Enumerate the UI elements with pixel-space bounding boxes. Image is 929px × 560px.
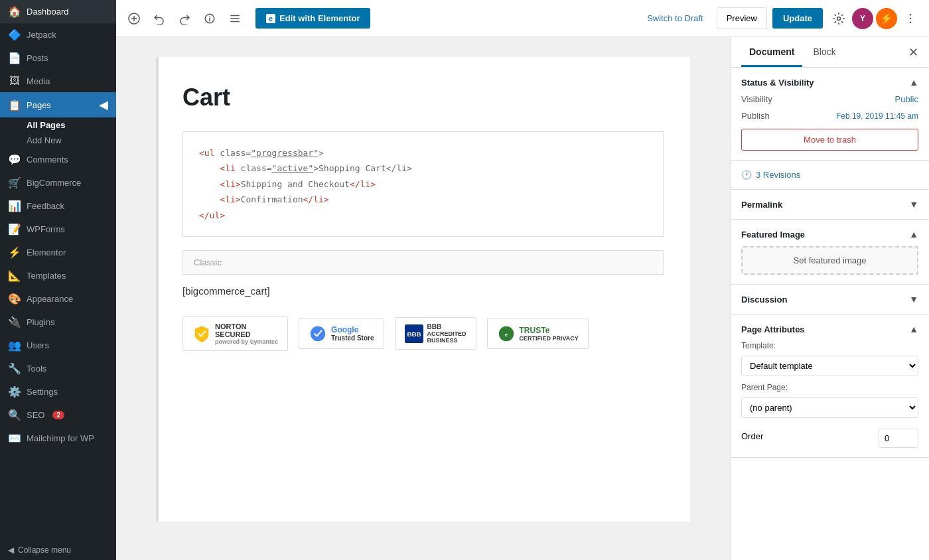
sidebar-item-tools[interactable]: 🔧 Tools — [0, 357, 116, 380]
visibility-value[interactable]: Public — [895, 94, 918, 104]
undo-button[interactable] — [149, 9, 169, 29]
panel-tabs: Document Block ✕ — [731, 37, 929, 68]
feedback-icon: 📊 — [8, 200, 21, 212]
sidebar-item-settings[interactable]: ⚙️ Settings — [0, 380, 116, 403]
tools-icon: 🔧 — [8, 362, 21, 375]
revisions-row[interactable]: 🕐 3 Revisions — [731, 161, 929, 190]
page-attributes-section: Page Attributes ▲ Template: Default temp… — [731, 315, 929, 458]
sidebar-subitem-all-pages[interactable]: All Pages — [0, 117, 116, 133]
burst-icon[interactable]: ⚡ — [876, 8, 897, 29]
status-visibility-toggle: ▲ — [909, 77, 918, 88]
page-attributes-header[interactable]: Page Attributes ▲ — [741, 324, 918, 334]
sidebar-item-appearance[interactable]: 🎨 Appearance — [0, 287, 116, 311]
template-label: Template: — [741, 341, 918, 350]
content-area: Cart <ul class="progressbar"> <li class=… — [116, 37, 929, 560]
svg-point-10 — [910, 13, 912, 15]
trust-badge-norton: NORTON SECURED powered by Symantec — [182, 316, 288, 351]
trust-badges: NORTON SECURED powered by Symantec Googl… — [182, 316, 664, 351]
sidebar-subitem-add-new[interactable]: Add New — [0, 133, 116, 148]
svg-point-12 — [910, 21, 912, 23]
sidebar-item-pages[interactable]: 📋 Pages ◀ — [0, 92, 116, 117]
parent-page-select[interactable]: (no parent) — [741, 397, 918, 418]
set-featured-image-button[interactable]: Set featured image — [741, 246, 918, 275]
sidebar-item-bigcommerce[interactable]: 🛒 BigCommerce — [0, 171, 116, 194]
pages-icon: 📋 — [8, 99, 21, 111]
elementor-icon: ⚡ — [8, 246, 21, 259]
sidebar-item-mailchimp[interactable]: ✉️ Mailchimp for WP — [0, 427, 116, 450]
trust-badge-truste: e TRUSTe CERTIFIED PRIVACY — [487, 318, 589, 349]
sidebar-item-templates[interactable]: 📐 Templates — [0, 264, 116, 287]
sidebar-item-elementor[interactable]: ⚡ Elementor — [0, 241, 116, 264]
jetpack-icon: 🔷 — [8, 29, 21, 41]
switch-to-draft-button[interactable]: Switch to Draft — [639, 8, 711, 29]
sidebar-item-users[interactable]: 👥 Users — [0, 334, 116, 357]
permalink-section: Permalink ▼ — [731, 190, 929, 220]
permalink-header[interactable]: Permalink ▼ — [741, 199, 918, 210]
sidebar-item-plugins[interactable]: 🔌 Plugins — [0, 311, 116, 334]
shortcode-block[interactable]: [bigcommerce_cart] — [182, 285, 664, 297]
update-button[interactable]: Update — [772, 8, 823, 29]
dashboard-icon: 🏠 — [8, 5, 21, 18]
svg-point-9 — [837, 17, 841, 20]
norton-shield-icon — [192, 324, 211, 343]
settings-icon-button[interactable] — [828, 8, 849, 29]
discussion-toggle: ▼ — [909, 294, 918, 305]
status-visibility-header[interactable]: Status & Visibility ▲ — [741, 77, 918, 88]
more-options-button[interactable] — [900, 8, 921, 29]
code-line-1: <ul class="progressbar"> — [199, 145, 647, 161]
page-attributes-toggle: ▲ — [909, 324, 918, 334]
sidebar-item-feedback[interactable]: 📊 Feedback — [0, 194, 116, 218]
page-title[interactable]: Cart — [182, 84, 664, 111]
revisions-clock-icon: 🕐 — [741, 170, 752, 180]
sidebar-item-dashboard[interactable]: 🏠 Dashboard — [0, 0, 116, 23]
code-line-3: <li>Shipping and Checkout</li> — [199, 176, 647, 192]
featured-image-section: Featured Image ▲ Set featured image — [731, 220, 929, 285]
move-to-trash-button[interactable]: Move to trash — [741, 129, 918, 151]
discussion-header[interactable]: Discussion ▼ — [741, 294, 918, 305]
posts-icon: 📄 — [8, 52, 21, 64]
svg-point-5 — [209, 15, 210, 17]
left-border-bar — [156, 57, 159, 522]
discussion-section: Discussion ▼ — [731, 285, 929, 315]
order-label: Order — [741, 431, 763, 441]
list-view-button[interactable] — [225, 9, 245, 29]
featured-image-header[interactable]: Featured Image ▲ — [741, 229, 918, 240]
svg-text:BBB: BBB — [407, 330, 421, 338]
preview-button[interactable]: Preview — [717, 7, 767, 29]
edit-elementor-button[interactable]: e Edit with Elementor — [255, 8, 370, 29]
order-row: Order — [741, 425, 918, 448]
tab-document[interactable]: Document — [741, 37, 802, 67]
editor-area: Cart <ul class="progressbar"> <li class=… — [116, 37, 730, 560]
sidebar-item-media[interactable]: 🖼 Media — [0, 70, 116, 92]
info-button[interactable] — [200, 9, 220, 29]
sidebar-item-wpforms[interactable]: 📝 WPForms — [0, 218, 116, 241]
sidebar-item-comments[interactable]: 💬 Comments — [0, 148, 116, 171]
sidebar-item-jetpack[interactable]: 🔷 Jetpack — [0, 23, 116, 46]
add-block-button[interactable] — [124, 9, 144, 29]
template-select[interactable]: Default template — [741, 356, 918, 376]
main-area: e Edit with Elementor Switch to Draft Pr… — [116, 0, 929, 560]
trust-badge-google: Google Trusted Store — [299, 318, 384, 349]
media-icon: 🖼 — [8, 75, 21, 87]
redo-button[interactable] — [175, 9, 194, 29]
right-panel: Document Block ✕ Status & Visibility ▲ V… — [730, 37, 929, 560]
seo-badge: 2 — [52, 411, 64, 419]
wpforms-icon: 📝 — [8, 223, 21, 236]
toolbar: e Edit with Elementor Switch to Draft Pr… — [116, 0, 929, 37]
sidebar-item-seo[interactable]: 🔍 SEO 2 — [0, 403, 116, 427]
svg-point-13 — [311, 326, 325, 341]
tab-block[interactable]: Block — [805, 37, 843, 67]
classic-block[interactable]: Classic — [182, 250, 664, 275]
svg-text:e: e — [504, 331, 508, 337]
mailchimp-icon: ✉️ — [8, 432, 21, 445]
sidebar-item-posts[interactable]: 📄 Posts — [0, 46, 116, 70]
yoast-icon[interactable]: Y — [852, 8, 873, 29]
templates-icon: 📐 — [8, 269, 21, 282]
collapse-menu[interactable]: ◀ Collapse menu — [0, 540, 116, 560]
panel-close-button[interactable]: ✕ — [908, 38, 918, 66]
order-input[interactable] — [879, 429, 918, 448]
publish-value[interactable]: Feb 19, 2019 11:45 am — [836, 111, 918, 121]
permalink-toggle: ▼ — [909, 199, 918, 210]
comments-icon: 💬 — [8, 153, 21, 166]
code-block[interactable]: <ul class="progressbar"> <li class="acti… — [182, 131, 664, 237]
